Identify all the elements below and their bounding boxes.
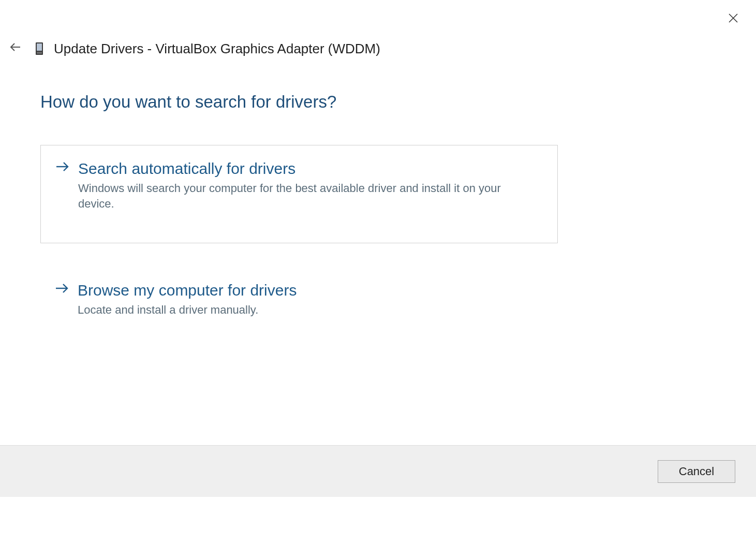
back-arrow-icon bbox=[9, 40, 22, 57]
arrow-right-icon bbox=[55, 282, 70, 299]
window-title: Update Drivers - VirtualBox Graphics Ada… bbox=[54, 41, 380, 57]
option-browse-computer[interactable]: Browse my computer for drivers Locate an… bbox=[40, 267, 558, 349]
back-button[interactable] bbox=[6, 39, 25, 58]
option-title: Search automatically for drivers bbox=[78, 160, 533, 178]
option-search-automatically[interactable]: Search automatically for drivers Windows… bbox=[40, 145, 558, 243]
wizard-header: Update Drivers - VirtualBox Graphics Ada… bbox=[6, 39, 380, 58]
option-title: Browse my computer for drivers bbox=[78, 282, 297, 299]
option-description: Locate and install a driver manually. bbox=[78, 302, 297, 318]
option-description: Windows will search your computer for th… bbox=[78, 181, 533, 212]
dialog-footer: Cancel bbox=[0, 445, 756, 497]
close-icon bbox=[728, 10, 738, 27]
arrow-right-icon bbox=[55, 160, 71, 178]
cancel-button[interactable]: Cancel bbox=[658, 460, 735, 483]
page-heading: How do you want to search for drivers? bbox=[40, 92, 336, 112]
device-icon bbox=[34, 41, 45, 56]
svg-rect-4 bbox=[37, 43, 42, 51]
close-button[interactable] bbox=[721, 6, 746, 31]
svg-rect-5 bbox=[37, 52, 42, 54]
